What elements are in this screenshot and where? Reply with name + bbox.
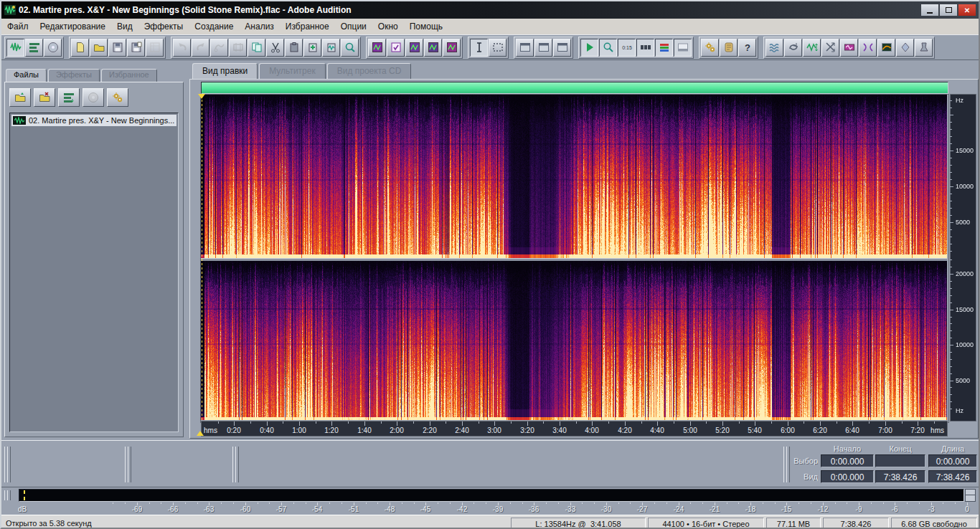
close-button[interactable]: ✕ <box>958 4 976 16</box>
tab-избранное[interactable]: Избранное <box>101 69 157 83</box>
paste-to-new-button[interactable] <box>303 39 321 57</box>
show-organizer-window-button[interactable] <box>516 39 534 57</box>
menu-item-2[interactable]: Редактирование <box>34 19 111 34</box>
field-Вид-Начало[interactable]: 0:00.000 <box>821 470 874 483</box>
repeat-command-button[interactable] <box>210 39 228 57</box>
timeline-ruler[interactable]: hmshms0:200:401:001:201:402:002:202:403:… <box>201 421 948 437</box>
file-list[interactable]: 02. Martire pres. X&Y - New Beginnings..… <box>9 113 179 432</box>
spectral-pan-button[interactable] <box>405 39 423 57</box>
save-all-button[interactable] <box>146 39 164 57</box>
scripts-batch-button[interactable] <box>701 39 719 57</box>
insert-multitrack-button[interactable] <box>58 88 80 107</box>
undo-button[interactable] <box>173 39 191 57</box>
menu-item-10[interactable]: Помощь <box>404 19 448 34</box>
favorite-funnel-button[interactable] <box>915 39 933 57</box>
timeline-unit-left: hms <box>204 426 217 434</box>
copy-button[interactable] <box>248 39 265 57</box>
show-zoom-buttons-button[interactable] <box>599 39 617 57</box>
time-selection-tool-button[interactable] <box>470 39 488 57</box>
favorite-swap-channels-button[interactable] <box>821 39 839 57</box>
favorite-reverse-button[interactable] <box>784 39 802 57</box>
show-time-window-button[interactable]: 0:15 <box>618 39 636 57</box>
frequency-analysis-button[interactable] <box>443 39 461 57</box>
new-file-button[interactable] <box>71 39 89 57</box>
save-as-button[interactable] <box>127 39 145 57</box>
show-selview-controls-button[interactable] <box>636 39 654 57</box>
paste-button[interactable] <box>285 39 303 57</box>
show-transport-buttons-button[interactable] <box>580 39 598 57</box>
db-label--39: -39 <box>487 505 509 513</box>
status-cell-5: 6.68 GB свободно <box>891 518 977 529</box>
menu-item-4[interactable]: Эффекты <box>138 19 189 34</box>
menu-item-3[interactable]: Вид <box>111 19 138 34</box>
close-file-button[interactable] <box>34 88 55 107</box>
playhead-marker-bottom[interactable] <box>197 431 204 436</box>
menu-item-7[interactable]: Избранное <box>280 19 335 34</box>
favorite-amplify-button[interactable] <box>803 39 821 57</box>
open-file-button[interactable] <box>9 88 31 107</box>
menu-item-8[interactable]: Опции <box>335 19 372 34</box>
spectrogram-right-channel[interactable] <box>201 261 947 420</box>
control-bar: ■▶▮▮◉∞|◀◀◀▶▶▶|● 0:00.000 НачалоКонецДлин… <box>1 440 979 487</box>
trim-button[interactable] <box>229 39 247 57</box>
favorite-envelope-button[interactable] <box>877 39 895 57</box>
menu-item-6[interactable]: Анализ <box>239 19 280 34</box>
favorite-gem-button[interactable] <box>896 39 914 57</box>
show-status-bar-button[interactable] <box>674 39 692 57</box>
level-meter[interactable] <box>19 489 964 502</box>
overview-navigation-bar[interactable] <box>201 82 948 94</box>
favorite-waves-button[interactable] <box>765 39 783 57</box>
db-label--48: -48 <box>379 505 400 513</box>
field-Вид-Конец[interactable]: 7:38.426 <box>875 470 925 483</box>
waveform-display-button[interactable] <box>368 39 386 57</box>
save-file-button[interactable] <box>108 39 126 57</box>
status-cell-1: L: 13584Hz @ 3:41.058 <box>511 518 646 529</box>
meter-level-tick-top <box>24 490 25 494</box>
redo-button[interactable] <box>192 39 209 57</box>
spectral-phase-button[interactable] <box>424 39 442 57</box>
field-Выбор-Начало[interactable]: 0:00.000 <box>821 454 874 467</box>
menu-item-9[interactable]: Окно <box>372 19 404 34</box>
edit-view-button[interactable] <box>6 39 24 57</box>
spectrogram-left-channel[interactable] <box>201 95 947 258</box>
db-label--6: -6 <box>884 505 905 513</box>
cut-button[interactable] <box>266 39 284 57</box>
freq-label-20000: 20000 <box>956 270 974 277</box>
col-header-Конец: Конец <box>875 444 925 453</box>
restore-button[interactable] <box>940 4 957 16</box>
freq-label-5000: 5000 <box>956 377 970 384</box>
minimize-button[interactable] <box>921 4 938 16</box>
favorite-filter-button[interactable] <box>840 39 858 57</box>
field-Вид-Длина[interactable]: 7:38.426 <box>928 470 977 483</box>
field-Выбор-Конец[interactable] <box>875 454 925 467</box>
show-level-meters-button[interactable] <box>655 39 673 57</box>
insert-cd-button[interactable] <box>83 88 104 107</box>
shortcuts-button[interactable] <box>720 39 738 57</box>
file-list-item[interactable]: 02. Martire pres. X&Y - New Beginnings..… <box>11 115 176 126</box>
multitrack-view-button[interactable] <box>25 39 43 57</box>
app-icon <box>4 4 16 19</box>
show-play-list-button[interactable] <box>553 39 571 57</box>
open-file-button[interactable] <box>90 39 108 57</box>
menu-item-5[interactable]: Создание <box>189 19 239 34</box>
convert-sample-type-button[interactable] <box>341 39 359 57</box>
help-button[interactable]: ? <box>738 39 756 57</box>
tab-эффекты[interactable]: Эффекты <box>48 69 100 83</box>
db-label--21: -21 <box>704 505 725 513</box>
frequency-ruler[interactable] <box>950 94 976 421</box>
cd-project-view-button[interactable] <box>44 39 62 57</box>
mix-paste-button[interactable] <box>322 39 340 57</box>
marquee-selection-tool-button[interactable] <box>489 39 507 57</box>
field-Выбор-Длина[interactable]: 0:00.000 <box>928 454 977 467</box>
db-label--3: -3 <box>920 505 942 513</box>
show-cue-list-button[interactable] <box>534 39 552 57</box>
playhead-marker-top[interactable] <box>198 94 205 99</box>
row-label-Выбор: Выбор <box>788 457 818 465</box>
window-toggle-group-1 <box>514 37 573 59</box>
options-button[interactable] <box>107 88 128 107</box>
favorite-stretch-button[interactable] <box>859 39 877 57</box>
menu-item-1[interactable]: Файл <box>1 19 34 34</box>
spectral-display-button[interactable] <box>387 39 405 57</box>
selection-tools-group <box>468 37 509 59</box>
clip-indicator[interactable] <box>965 489 976 502</box>
